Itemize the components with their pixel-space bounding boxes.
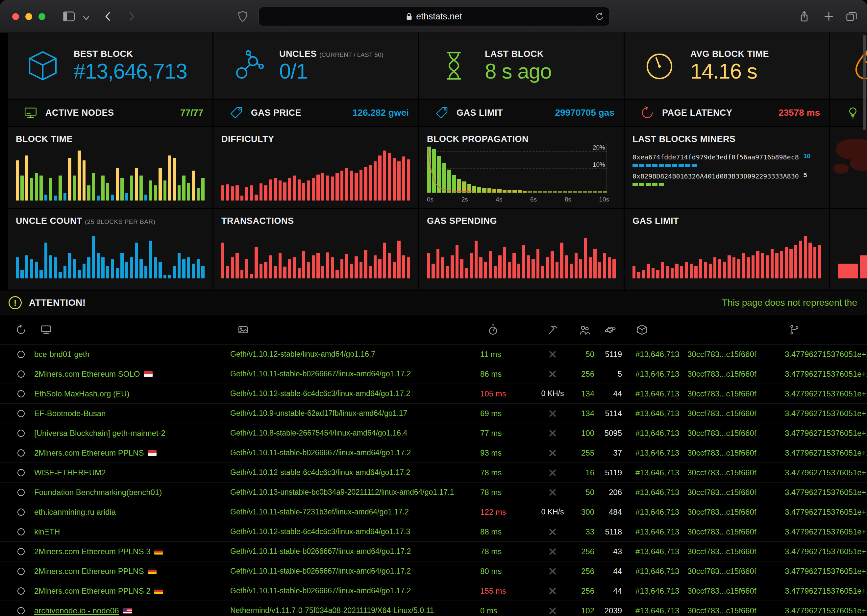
chart-bar [135, 243, 138, 278]
chart-bar [331, 258, 334, 278]
chart-bar [548, 191, 552, 193]
address-bar[interactable]: ethstats.net [258, 7, 610, 26]
table-row[interactable]: EthSolo.MaxHash.org (EU)Geth/v1.10.12-st… [0, 384, 867, 404]
privacy-shield-icon[interactable] [238, 11, 248, 22]
chart-bar [30, 178, 33, 201]
miner-block-square [652, 164, 658, 167]
node-name: EF-Bootnode-Busan [34, 409, 105, 418]
chart-bar [255, 195, 258, 201]
back-button-icon[interactable] [102, 11, 113, 22]
node-peers: 100 [581, 429, 594, 437]
reload-icon[interactable] [595, 12, 604, 24]
node-client: Geth/v1.10.11-stable-b0266667/linux-amd6… [230, 369, 411, 378]
chart-bar [388, 253, 391, 278]
table-row[interactable]: EF-Bootnode-BusanGeth/v1.10.9-unstable-6… [0, 404, 867, 423]
node-status-icon[interactable] [17, 548, 25, 555]
node-status-icon[interactable] [17, 489, 25, 496]
chart-bar [661, 262, 664, 278]
miner-block-square [659, 164, 664, 167]
node-name: 2Miners.com Ethereum PPLNS 3 [34, 547, 150, 556]
node-last-block: #13,646,713 [636, 508, 679, 516]
table-row[interactable]: kinΞTHGeth/v1.10.12-stable-6c4dc6c3/linu… [0, 522, 867, 542]
mining-off-icon [548, 350, 557, 358]
node-name: WISE-ETHEREUM2 [34, 468, 105, 477]
chart-bar [489, 251, 492, 278]
node-status-icon[interactable] [17, 449, 25, 457]
miner-blocks [633, 183, 823, 186]
mining-off-icon [548, 429, 557, 437]
table-row[interactable]: 2Miners.com Ethereum SOLOGeth/v1.10.11-s… [0, 364, 867, 384]
node-name: 2Miners.com Ethereum PPLNS [34, 448, 144, 457]
miner-block-square [666, 164, 670, 167]
propagation-x-axis: 0s2s4s6s8s10s [427, 196, 609, 203]
sidebar-toggle-icon[interactable] [63, 11, 75, 22]
chart-bar [593, 191, 597, 193]
nodes-table: bce-bnd01-gethGeth/v1.10.12-stable/linux… [0, 315, 867, 616]
node-name: EthSolo.MaxHash.org (EU) [34, 389, 129, 398]
browser-window: ethstats.net BES [0, 0, 867, 616]
chart-bar [809, 243, 812, 278]
last-blocks-miners-card: LAST BLOCKS MINERS 0xea674fdde714fd979de… [625, 127, 829, 208]
node-last-block: #13,646,713 [636, 547, 679, 556]
node-client: Geth/v1.10.12-stable-6c4dc6c3/linux-amd6… [230, 389, 410, 398]
attention-label: ATTENTION! [29, 297, 85, 308]
close-window-button[interactable] [12, 13, 19, 20]
chart-bar [78, 151, 80, 201]
table-row[interactable]: WISE-ETHEREUM2Geth/v1.10.12-stable-6c4dc… [0, 463, 867, 482]
node-status-icon[interactable] [17, 607, 25, 614]
chart-bar [20, 270, 24, 278]
table-row[interactable]: 2Miners.com Ethereum PPLNS 3Geth/v1.10.1… [0, 542, 867, 561]
chart-bar [633, 266, 636, 278]
chart-bar [201, 266, 204, 278]
chart-bar [537, 249, 540, 278]
node-status-icon[interactable] [17, 410, 25, 417]
vertical-scrollbar[interactable] [863, 35, 866, 130]
chart-bar [560, 243, 563, 278]
avg-block-time-value: 14.16 s [691, 60, 769, 83]
table-row[interactable]: eth.icanmining.ru aridiaGeth/v1.10.11-st… [0, 502, 867, 522]
chart-bar [804, 236, 807, 278]
chart-bar [297, 268, 301, 278]
zoom-window-button[interactable] [38, 13, 46, 20]
node-status-icon[interactable] [17, 509, 25, 516]
chart-bar [68, 253, 71, 278]
node-name: eth.icanmining.ru aridia [34, 508, 116, 516]
node-total-difficulty: 3.477962715376051e+21 [785, 547, 867, 556]
node-status-icon[interactable] [17, 588, 25, 595]
chart-bar [83, 160, 85, 201]
node-status-icon[interactable] [17, 430, 25, 437]
node-pending: 44 [613, 567, 622, 575]
node-status-icon[interactable] [17, 351, 25, 358]
table-row[interactable]: [Universa Blockchain] geth-mainnet-2Geth… [0, 423, 867, 443]
table-row[interactable]: archivenode.io - node06Nethermind/v1.11.… [0, 601, 867, 616]
table-row[interactable]: Foundation Benchmarking(bench01)Geth/v1.… [0, 482, 867, 502]
node-pending: 5119 [605, 468, 622, 477]
chart-bar [63, 266, 66, 278]
node-status-icon[interactable] [17, 371, 25, 378]
node-status-icon[interactable] [17, 568, 25, 575]
chart-bar [475, 240, 478, 278]
hourglass-icon [437, 49, 470, 82]
sidebar-chevron-down-icon[interactable] [83, 16, 90, 20]
chart-bar [608, 258, 611, 278]
table-row[interactable]: 2Miners.com Ethereum PPLNS 2Geth/v1.10.1… [0, 581, 867, 601]
share-icon[interactable] [799, 10, 810, 23]
chart-bar [250, 185, 253, 201]
table-row[interactable]: 2Miners.com Ethereum PPLNSGeth/v1.10.11-… [0, 443, 867, 463]
new-tab-icon[interactable] [824, 11, 834, 22]
minimize-window-button[interactable] [25, 13, 32, 20]
chart-bar [685, 262, 688, 278]
node-status-icon[interactable] [17, 528, 25, 536]
chart-bar [565, 255, 568, 278]
table-row[interactable]: bce-bnd01-gethGeth/v1.10.12-stable/linux… [0, 344, 867, 364]
chart-bar [447, 170, 451, 193]
forward-button-icon[interactable] [126, 11, 137, 22]
uncles-card: UNCLES(CURRENT / LAST 50) 0/1 [214, 33, 418, 99]
node-status-icon[interactable] [17, 469, 25, 476]
chart-bar [441, 258, 444, 278]
node-name: bce-bnd01-geth [34, 350, 90, 358]
table-row[interactable]: 2Miners.com Ethereum PPLNSGeth/v1.10.11-… [0, 561, 867, 581]
chart-bar [145, 266, 147, 278]
tab-overview-icon[interactable] [846, 11, 857, 22]
node-status-icon[interactable] [17, 390, 25, 398]
